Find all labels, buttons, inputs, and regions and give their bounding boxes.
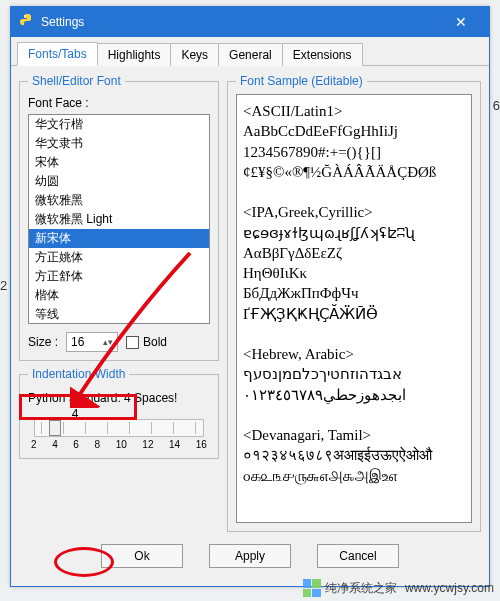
tick-label: 2	[31, 439, 37, 450]
close-icon: ✕	[455, 14, 467, 30]
font-list-item[interactable]: 幼圆	[29, 172, 209, 191]
font-list-item[interactable]: 方正舒体	[29, 267, 209, 286]
size-label: Size :	[28, 335, 58, 349]
tick-label: 4	[52, 439, 58, 450]
apply-button[interactable]: Apply	[209, 544, 291, 568]
font-face-label: Font Face :	[28, 96, 210, 110]
font-face-list[interactable]: 华文行楷华文隶书宋体幼圆微软雅黑微软雅黑 Light新宋体方正姚体方正舒体楷体等…	[28, 114, 210, 324]
font-sample-group: Font Sample (Editable) <ASCII/Latin1> Aa…	[227, 74, 481, 532]
indentation-hint: Python Standard: 4 Spaces!	[28, 391, 210, 405]
size-spinbox[interactable]: 16 ▴▾	[66, 332, 118, 352]
checkbox-box-icon	[126, 336, 139, 349]
indentation-slider[interactable]	[34, 419, 204, 437]
font-list-item[interactable]: 等线	[29, 305, 209, 324]
watermark-logo-icon	[303, 579, 321, 597]
svg-point-0	[24, 15, 26, 17]
indentation-group: Indentation Width Python Standard: 4 Spa…	[19, 367, 219, 459]
font-list-item[interactable]: 华文隶书	[29, 134, 209, 153]
tab-keys[interactable]: Keys	[170, 43, 219, 66]
font-list-item[interactable]: 宋体	[29, 153, 209, 172]
titlebar[interactable]: Settings ✕	[11, 7, 489, 37]
bg-fragment-right: 6	[493, 98, 500, 113]
bg-fragment-left: 2	[0, 278, 7, 293]
tab-fonts-tabs[interactable]: Fonts/Tabs	[17, 42, 98, 66]
font-list-item[interactable]: 楷体	[29, 286, 209, 305]
font-list-item[interactable]: 华文行楷	[29, 115, 209, 134]
font-list-item[interactable]: 新宋体	[29, 229, 209, 248]
tick-label: 16	[196, 439, 207, 450]
tab-general[interactable]: General	[218, 43, 283, 66]
tick-label: 14	[169, 439, 180, 450]
tick-label: 10	[116, 439, 127, 450]
close-button[interactable]: ✕	[441, 7, 481, 37]
cancel-button[interactable]: Cancel	[317, 544, 399, 568]
size-value: 16	[71, 335, 84, 349]
bold-label: Bold	[143, 335, 167, 349]
spin-arrows-icon: ▴▾	[103, 338, 113, 346]
indentation-tick-labels: 246810121416	[31, 439, 207, 450]
ok-button[interactable]: Ok	[101, 544, 183, 568]
watermark: 纯净系统之家 www.ycwjsy.com	[303, 579, 494, 597]
slider-thumb-icon[interactable]	[49, 420, 61, 436]
tab-extensions[interactable]: Extensions	[282, 43, 363, 66]
tick-label: 12	[142, 439, 153, 450]
indentation-legend: Indentation Width	[28, 367, 129, 381]
python-icon	[19, 14, 35, 30]
font-list-item[interactable]: 方正姚体	[29, 248, 209, 267]
shell-editor-font-legend: Shell/Editor Font	[28, 74, 125, 88]
tick-label: 8	[94, 439, 100, 450]
tabstrip: Fonts/Tabs Highlights Keys General Exten…	[11, 37, 489, 66]
dialog-buttons: Ok Apply Cancel	[11, 536, 489, 578]
font-list-item[interactable]: 微软雅黑 Light	[29, 210, 209, 229]
watermark-text: 纯净系统之家	[325, 580, 397, 597]
watermark-url: www.ycwjsy.com	[405, 581, 494, 595]
font-list-item[interactable]: 微软雅黑	[29, 191, 209, 210]
font-sample-textarea[interactable]: <ASCII/Latin1> AaBbCcDdEeFfGgHhIiJj 1234…	[236, 94, 472, 523]
shell-editor-font-group: Shell/Editor Font Font Face : 华文行楷华文隶书宋体…	[19, 74, 219, 361]
tab-highlights[interactable]: Highlights	[97, 43, 172, 66]
settings-window: Settings ✕ Fonts/Tabs Highlights Keys Ge…	[10, 6, 490, 587]
window-title: Settings	[41, 15, 84, 29]
font-sample-legend: Font Sample (Editable)	[236, 74, 367, 88]
bold-checkbox[interactable]: Bold	[126, 335, 167, 349]
tick-label: 6	[73, 439, 79, 450]
